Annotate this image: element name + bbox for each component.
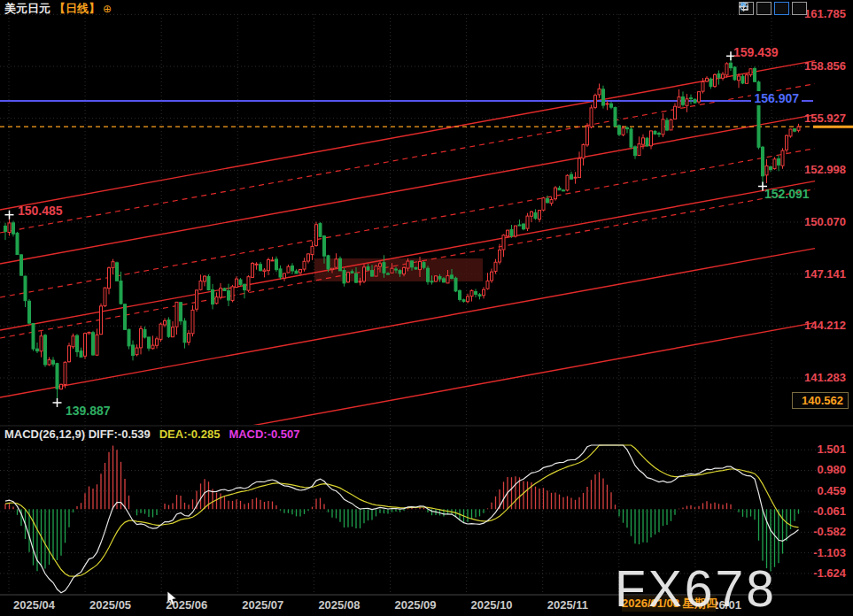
candle-body xyxy=(403,267,406,273)
candle-body xyxy=(686,99,688,106)
add-indicator-icon[interactable]: ⊕ xyxy=(103,3,112,15)
candle-body xyxy=(228,291,230,301)
candle-body xyxy=(550,199,553,203)
candle-body xyxy=(459,290,461,299)
channel-line-solid[interactable] xyxy=(0,181,815,330)
candle-body xyxy=(582,145,585,158)
candle-body xyxy=(48,360,50,365)
candle-body xyxy=(646,138,648,146)
candle-body xyxy=(100,306,103,335)
candle-body xyxy=(446,276,449,283)
candle-body xyxy=(594,96,597,108)
candle-body xyxy=(56,364,58,389)
candle-body xyxy=(741,76,744,83)
channel-line-solid[interactable] xyxy=(0,61,815,210)
candle-body xyxy=(104,288,106,305)
exit-tool-button[interactable] xyxy=(792,2,807,15)
date-axis-tick: 2025/08 xyxy=(318,598,360,612)
candle-body xyxy=(12,223,15,234)
candle-body xyxy=(108,268,111,289)
candle-body xyxy=(271,260,274,261)
candle-body xyxy=(263,270,266,272)
candle-body xyxy=(204,276,206,281)
candle-body xyxy=(570,174,573,179)
candle-body xyxy=(140,328,143,348)
candle-body xyxy=(283,273,286,278)
candle-body xyxy=(670,119,672,129)
candle-body xyxy=(634,147,637,156)
macd-axis-tick: -0.582 xyxy=(766,525,846,538)
candle-body xyxy=(299,269,302,273)
swing-cross-marker xyxy=(5,211,14,219)
channel-line-solid[interactable] xyxy=(0,115,815,264)
candle-body xyxy=(658,134,661,135)
candle-body xyxy=(578,158,581,178)
candle-body xyxy=(120,281,122,304)
candle-body xyxy=(32,324,35,350)
candle-body xyxy=(164,320,167,325)
candle-body xyxy=(387,273,390,274)
candle-body xyxy=(311,246,314,254)
candle-body xyxy=(303,261,306,269)
macd-axis-tick: -1.624 xyxy=(766,566,846,580)
candle-body xyxy=(136,348,138,355)
candle-body xyxy=(454,278,457,291)
candle-body xyxy=(239,280,242,284)
candle-body xyxy=(215,297,218,304)
candle-body xyxy=(252,264,254,278)
date-axis-tick: 2025/04 xyxy=(13,598,55,612)
candle-body xyxy=(268,259,270,270)
candle-body xyxy=(602,89,605,105)
candle-body xyxy=(467,296,469,302)
candle-body xyxy=(4,226,7,231)
date-axis-tick: 2025/07 xyxy=(242,598,283,612)
date-axis-tick: 2025/05 xyxy=(89,598,131,612)
candle-body xyxy=(207,276,210,289)
candle-body xyxy=(690,98,693,99)
candle-body xyxy=(749,69,752,75)
candle-body xyxy=(96,335,98,355)
candle-body xyxy=(722,74,725,78)
candle-body xyxy=(451,275,454,279)
flag-tool-button[interactable] xyxy=(774,2,789,15)
date-axis-tick: 2025/09 xyxy=(395,598,437,612)
swing-high-label-1: 150.485 xyxy=(18,204,63,218)
candle-body xyxy=(180,303,182,321)
candle-body xyxy=(494,262,497,271)
channel-line-dashed[interactable] xyxy=(0,84,815,233)
candle-body xyxy=(191,310,194,333)
candle-body xyxy=(80,351,82,358)
candle-body xyxy=(789,129,792,136)
candle-body xyxy=(68,346,71,362)
candle-body xyxy=(116,263,119,281)
symbol-title: 美元日元 xyxy=(4,2,50,15)
candle-body xyxy=(499,250,501,262)
candle-body xyxy=(534,212,537,218)
candle-body xyxy=(20,255,23,275)
candle-body xyxy=(347,273,350,282)
swing-cross-marker xyxy=(53,398,62,407)
chart-canvas[interactable] xyxy=(0,0,853,616)
candle-body xyxy=(172,327,174,337)
candle-body xyxy=(223,289,226,291)
candle-body xyxy=(359,281,361,282)
candle-body xyxy=(175,302,178,327)
candle-body xyxy=(746,75,748,84)
candle-body xyxy=(323,236,326,256)
candle-body xyxy=(92,333,95,355)
date-axis-tick: 2025/10 xyxy=(471,598,513,612)
candle-body xyxy=(606,104,609,104)
candle-body xyxy=(415,267,417,269)
price-axis-tick: 155.927 xyxy=(766,112,846,125)
candle-body xyxy=(698,92,701,102)
candle-body xyxy=(794,129,796,132)
candle-body xyxy=(618,126,621,135)
candle-body xyxy=(714,74,717,86)
axis-scale-tool-button[interactable] xyxy=(756,2,772,15)
macd-axis-tick: -0.061 xyxy=(766,504,846,518)
candle-body xyxy=(610,104,613,107)
candle-body xyxy=(730,63,733,67)
candle-body xyxy=(407,261,409,268)
macd-dea-value: DEA:-0.285 xyxy=(159,427,221,441)
candle-body xyxy=(379,264,382,266)
